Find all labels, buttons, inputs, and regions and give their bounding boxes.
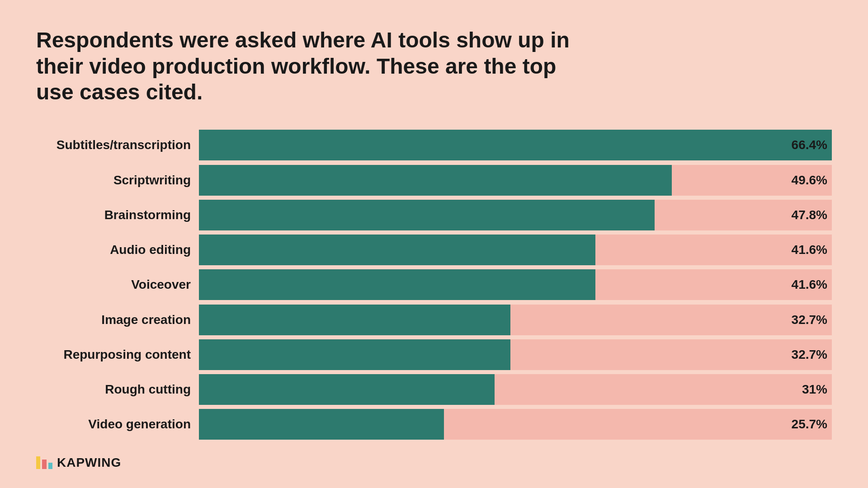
logo-bar-yellow <box>36 456 40 469</box>
bar-row: Repurposing content32.7% <box>36 339 832 370</box>
bar-track: 66.4% <box>199 130 832 160</box>
logo-text: KAPWING <box>57 455 121 470</box>
bar-row: Voiceover41.6% <box>36 269 832 300</box>
bar-label: Subtitles/transcription <box>36 138 199 152</box>
bar-row: Scriptwriting49.6% <box>36 165 832 196</box>
bar-label: Video generation <box>36 417 199 432</box>
bar-label: Scriptwriting <box>36 173 199 188</box>
bar-track: 49.6% <box>199 165 832 196</box>
bar-chart: Subtitles/transcription66.4%Scriptwritin… <box>36 128 832 442</box>
bar-track: 41.6% <box>199 235 832 265</box>
bar-value: 41.6% <box>792 277 827 292</box>
bar-label: Repurposing content <box>36 347 199 362</box>
footer: KAPWING <box>36 455 832 470</box>
bar-fill <box>199 165 672 196</box>
bar-fill <box>199 409 444 440</box>
bar-label: Voiceover <box>36 277 199 292</box>
bar-value: 32.7% <box>792 347 827 362</box>
bar-row: Audio editing41.6% <box>36 235 832 265</box>
bar-fill <box>199 130 832 160</box>
bar-track: 31% <box>199 374 832 405</box>
bar-track: 47.8% <box>199 200 832 230</box>
bar-track: 32.7% <box>199 305 832 335</box>
bar-fill <box>199 200 655 230</box>
bar-fill <box>199 269 595 300</box>
bar-value: 31% <box>802 382 827 397</box>
bar-fill <box>199 305 510 335</box>
bar-row: Subtitles/transcription66.4% <box>36 130 832 160</box>
bar-fill <box>199 339 510 370</box>
bar-label: Brainstorming <box>36 208 199 222</box>
bar-track: 25.7% <box>199 409 832 440</box>
logo-bar-red <box>42 460 46 469</box>
bar-value: 41.6% <box>792 243 827 257</box>
bar-track: 32.7% <box>199 339 832 370</box>
chart-title: Respondents were asked where AI tools sh… <box>36 27 579 105</box>
bar-label: Image creation <box>36 313 199 327</box>
bar-value: 49.6% <box>792 173 827 188</box>
bar-label: Audio editing <box>36 243 199 257</box>
logo-icon <box>36 456 52 469</box>
bar-fill <box>199 235 595 265</box>
bar-value: 25.7% <box>792 417 827 432</box>
bar-value: 66.4% <box>792 138 827 152</box>
bar-row: Rough cutting31% <box>36 374 832 405</box>
bar-value: 47.8% <box>792 208 827 222</box>
bar-label: Rough cutting <box>36 382 199 397</box>
bar-value: 32.7% <box>792 313 827 327</box>
logo-bar-teal <box>48 463 52 469</box>
bar-track: 41.6% <box>199 269 832 300</box>
bar-fill <box>199 374 495 405</box>
bar-row: Video generation25.7% <box>36 409 832 440</box>
bar-row: Brainstorming47.8% <box>36 200 832 230</box>
bar-row: Image creation32.7% <box>36 305 832 335</box>
